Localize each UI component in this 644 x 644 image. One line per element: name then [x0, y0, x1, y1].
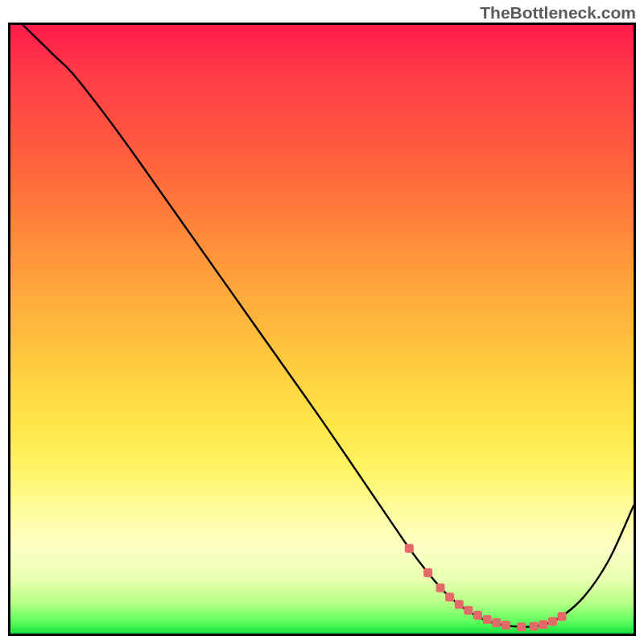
plot-area [8, 23, 636, 636]
fit-marker [492, 618, 501, 627]
fit-marker [483, 615, 492, 624]
fit-marker [445, 592, 454, 601]
fit-marker [455, 600, 464, 609]
fit-marker [473, 611, 482, 620]
fit-marker [464, 606, 473, 615]
chart-svg [10, 25, 634, 634]
fit-marker-group [405, 544, 567, 632]
chart-container: TheBottleneck.com [0, 0, 644, 644]
fit-marker [423, 568, 432, 577]
fit-marker [405, 544, 414, 553]
fit-marker [539, 620, 547, 629]
fit-marker [517, 622, 526, 631]
fit-marker [548, 617, 557, 625]
watermark-text: TheBottleneck.com [480, 3, 636, 23]
bottleneck-curve-line [23, 25, 634, 627]
fit-marker [557, 612, 566, 621]
fit-marker [530, 621, 539, 630]
fit-marker [502, 621, 510, 630]
fit-marker [436, 584, 445, 592]
